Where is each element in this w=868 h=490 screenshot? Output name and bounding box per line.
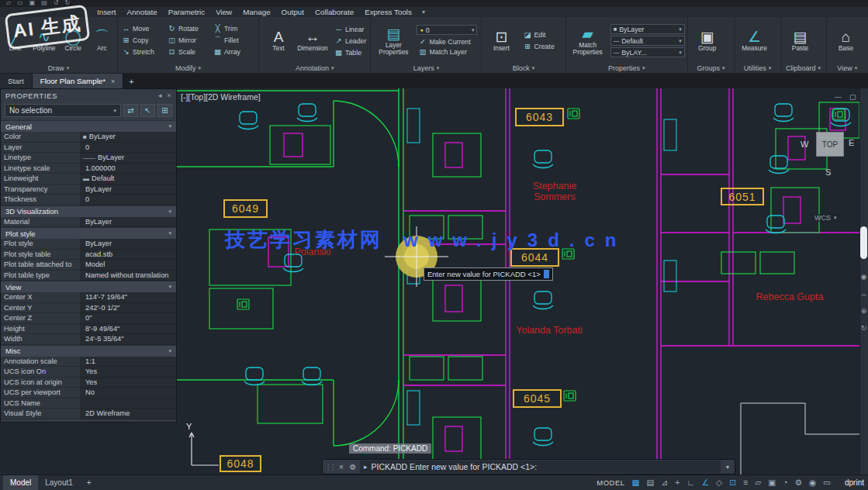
viewcube-west-label[interactable]: W (801, 140, 808, 149)
isodraft-icon[interactable]: ◇ (716, 478, 722, 487)
quick-select-button[interactable]: ⊞ (157, 104, 172, 117)
groups-panel-footer[interactable]: Groups ▾ (690, 63, 732, 73)
view-panel-footer[interactable]: View ▾ (829, 63, 866, 73)
undo-icon[interactable]: ↺ (54, 0, 59, 7)
draw-panel-footer[interactable]: Draw ▾ (2, 63, 115, 73)
fillet-tool[interactable]: ⌒ Fillet (212, 35, 256, 45)
property-row[interactable]: UCS icon On Yes (1, 367, 176, 378)
restore-icon[interactable]: ▢ (849, 93, 856, 101)
viewcube-wcs-menu[interactable]: WCS ▾ (811, 214, 840, 222)
start-file-tab[interactable]: Start (0, 74, 33, 88)
property-row[interactable]: Plot table attached to Model (1, 260, 176, 271)
property-row[interactable]: Linetype scale 1.000000 (1, 164, 176, 174)
layer-select[interactable]: ● 0 ▾ (417, 25, 477, 35)
model-tab[interactable]: Model (3, 475, 38, 490)
property-row[interactable]: Center Y 242'-0 1/2" (1, 303, 176, 314)
trim-tool[interactable]: ╳ Trim (212, 23, 256, 33)
drag-grip-icon[interactable]: ⋮⋮ (325, 464, 334, 471)
toggle-pickadd-button[interactable]: ⇄ (123, 104, 138, 117)
command-bar[interactable]: ⋮⋮ × ⚙ ▸ PICKADD Enter new value for PIC… (322, 459, 735, 474)
model-space-label[interactable]: MODEL (597, 478, 624, 487)
occupant-name-label[interactable]: Stephanie Sommers (517, 181, 593, 202)
annotation-visibility-icon[interactable]: ◔ (783, 478, 787, 487)
text-tool[interactable]: A Text (261, 19, 296, 63)
utilities-panel-footer[interactable]: Utilities ▾ (738, 63, 778, 73)
new-file-icon[interactable]: ▱ (6, 0, 11, 7)
move-tool[interactable]: ↔ Move (120, 23, 164, 33)
auto-hide-icon[interactable]: ◂ (158, 91, 162, 99)
nav-wheel-icon[interactable]: ◉ (861, 273, 867, 281)
property-row[interactable]: Annotation scale 1:1 (1, 357, 176, 368)
palette-title-bar[interactable]: PROPERTIES ◂ × (1, 89, 176, 102)
infer-constraints-icon[interactable]: ⊿ (661, 478, 668, 487)
dimension-tool[interactable]: ↔ Dimension (296, 19, 330, 63)
layout1-tab[interactable]: Layout1 (38, 475, 80, 490)
stretch-tool[interactable]: ↘ Stretch (120, 47, 164, 57)
properties-panel-footer[interactable]: Properties ▾ (569, 63, 685, 73)
ribbon-tab-overflow-icon[interactable]: ▾ (417, 9, 430, 16)
clipboard-panel-footer[interactable]: Clipboard ▾ (783, 63, 824, 73)
match-properties-button[interactable]: ▰ Match Properties (569, 19, 607, 63)
selection-cycling-icon[interactable]: ▣ (768, 478, 776, 487)
copy-tool[interactable]: ⊞ Copy (120, 35, 164, 45)
room-tag-6049[interactable]: 6049 (223, 199, 268, 218)
polar-tracking-icon[interactable]: ∠ (702, 478, 709, 487)
room-tag-6043[interactable]: 6043 (515, 108, 564, 126)
linear-dimension-tool[interactable]: ─ Linear (333, 24, 368, 34)
section-header[interactable]: General ▾ (1, 120, 176, 132)
workspace-icon[interactable]: ⚙ (794, 478, 801, 487)
orbit-icon[interactable]: ↻ (861, 324, 867, 332)
paste-button[interactable]: ▤ Paste (783, 19, 818, 63)
snap-icon[interactable]: ▤ (647, 478, 655, 487)
pan-icon[interactable]: ↔ (860, 290, 867, 298)
open-file-icon[interactable]: ▭ (17, 0, 23, 7)
section-header[interactable]: Plot style ▾ (1, 227, 176, 239)
base-view-button[interactable]: ⌂ Base (829, 19, 863, 63)
property-row[interactable]: Thickness 0 (1, 195, 176, 205)
room-tag-6051[interactable]: 6051 (721, 188, 764, 205)
ribbon-tab-express-tools[interactable]: Express Tools (359, 8, 417, 16)
osnap-icon[interactable]: ⊡ (729, 478, 736, 487)
property-row[interactable]: Material ByLayer (1, 217, 176, 228)
group-button[interactable]: ▣ Group (690, 19, 724, 63)
array-tool[interactable]: ▦ Array (212, 47, 256, 57)
property-row[interactable]: Center Z 0" (1, 313, 176, 324)
property-row[interactable]: Plot table type Named without translatio… (1, 271, 176, 281)
ortho-icon[interactable]: ∟ (686, 478, 694, 487)
select-objects-button[interactable]: ↖ (140, 104, 155, 117)
match-layer-button[interactable]: ▥ Match Layer (417, 47, 477, 57)
scrollbar-thumb[interactable] (860, 226, 867, 259)
layers-panel-footer[interactable]: Layers ▾ (373, 63, 479, 73)
ribbon-tab-collaborate[interactable]: Collaborate (310, 8, 359, 16)
ribbon-tab-parametric[interactable]: Parametric (163, 8, 210, 16)
property-row[interactable]: Layer 0 (1, 143, 176, 154)
make-current-button[interactable]: ✓ Make Current (417, 36, 477, 47)
section-header[interactable]: Misc ▾ (1, 345, 176, 357)
room-tag-6045[interactable]: 6045 (513, 389, 562, 408)
ribbon-tab-manage[interactable]: Manage (237, 8, 275, 16)
viewcube-east-label[interactable]: E (849, 138, 854, 147)
viewcube[interactable]: TOP (816, 132, 844, 157)
ribbon-tab-insert[interactable]: Insert (92, 8, 122, 16)
property-row[interactable]: Linetype ——ByLayer (1, 153, 176, 164)
plot-style-select[interactable]: — ByLAY... ▾ (610, 47, 685, 57)
property-row[interactable]: UCS Name (1, 399, 176, 409)
ribbon-tab-annotate[interactable]: Annotate (122, 8, 163, 16)
block-edit-button[interactable]: ◪ Edit (521, 30, 555, 40)
block-create-button[interactable]: ⊞ Create (521, 42, 555, 52)
annotation-panel-footer[interactable]: Annotation ▾ (261, 63, 368, 73)
object-color-select[interactable]: ■ ByLayer ▾ (610, 24, 685, 34)
close-icon[interactable]: × (111, 78, 115, 85)
section-header[interactable]: 3D Visualization ▾ (1, 205, 176, 217)
minimize-icon[interactable]: — (835, 93, 842, 101)
property-row[interactable]: Height 8'-9 49/64" (1, 324, 176, 335)
property-row[interactable]: Center X 114'-7 19/64" (1, 292, 176, 303)
property-row[interactable]: Width 24'-5 35/64" (1, 334, 176, 345)
layer-properties-button[interactable]: ▤ Layer Properties (373, 19, 413, 63)
ribbon-tab-output[interactable]: Output (276, 8, 310, 16)
customize-icon[interactable]: ⚙ (348, 463, 358, 471)
arc-tool[interactable]: ⌒ Arc (89, 19, 115, 63)
occupant-name-label[interactable]: Rebecca Gupta (754, 292, 825, 302)
zoom-icon[interactable]: ⊕ (861, 307, 867, 315)
grid-icon[interactable]: ▦ (632, 478, 640, 487)
